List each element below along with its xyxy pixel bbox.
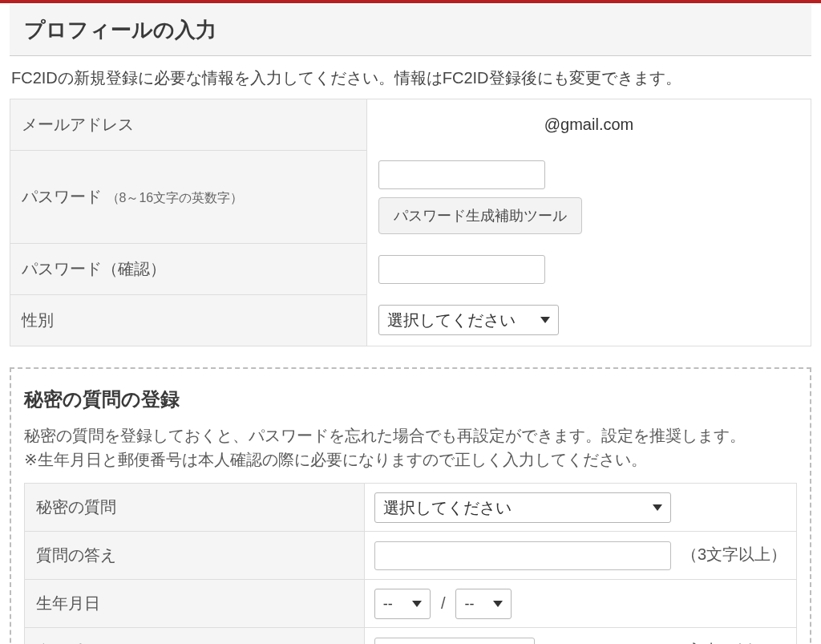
profile-intro: FC2IDの新規登録に必要な情報を入力してください。情報はFC2ID登録後にも変… [11,67,811,89]
date-separator: / [441,594,446,613]
label-secret-answer: 質問の答え [25,532,365,580]
label-email: メールアドレス [10,99,367,151]
profile-form-table: メールアドレス @gmail.com パスワード （8～16文字の英数字） パス… [10,99,811,346]
section-title-secret: 秘密の質問の登録 [24,387,797,412]
section-title-profile: プロフィールの入力 [10,5,811,56]
postal-note: （ハイフン - なしで入力。例：76 [545,642,786,645]
password-generator-button[interactable]: パスワード生成補助ツール [378,197,582,234]
password-hint: （8～16文字の英数字） [107,191,244,205]
label-birthdate: 生年月日 [25,580,365,628]
password-input[interactable] [378,160,545,189]
birth-month-select[interactable]: -- [374,589,431,619]
secret-description: 秘密の質問を登録しておくと、パスワードを忘れた場合でも再設定ができます。設定を推… [24,423,797,472]
label-gender: 性別 [10,295,367,346]
label-secret-question: 秘密の質問 [25,484,365,532]
email-value: @gmail.com [378,115,799,134]
gender-select[interactable]: 選択してください [378,305,559,335]
secret-answer-input[interactable] [374,541,671,570]
birth-day-select[interactable]: -- [455,589,512,619]
password-confirm-input[interactable] [378,255,545,284]
postal-input[interactable] [374,638,535,645]
label-password: パスワード （8～16文字の英数字） [10,151,367,244]
secret-question-select[interactable]: 選択してください [374,492,671,523]
secret-answer-note: （3文字以上） [681,545,787,563]
label-postal: 郵便番号 [25,628,365,645]
secret-form-table: 秘密の質問 選択してください 質問の答え （3文字以上） 生年月日 [24,483,797,644]
label-password-confirm: パスワード（確認） [10,244,367,295]
secret-question-section: 秘密の質問の登録 秘密の質問を登録しておくと、パスワードを忘れた場合でも再設定が… [10,367,811,644]
